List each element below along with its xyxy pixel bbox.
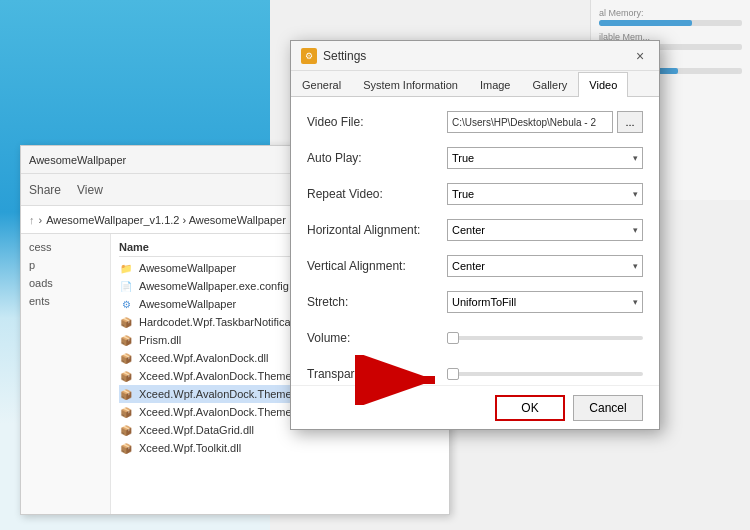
vert-alignment-label: Vertical Alignment:	[307, 259, 447, 273]
auto-play-value: True	[452, 152, 474, 164]
background: al Memory: ilable Mem... emory Comp... c…	[0, 0, 750, 530]
sidebar-access[interactable]: cess	[21, 238, 110, 256]
transparency-control	[447, 372, 643, 376]
cancel-button[interactable]: Cancel	[573, 395, 643, 421]
explorer-title: AwesomeWallpaper	[29, 154, 126, 166]
dll-icon: 📦	[119, 369, 133, 383]
dropdown-arrow: ▾	[633, 189, 638, 199]
dialog-footer: OK Cancel	[291, 385, 659, 429]
tab-general[interactable]: General	[291, 72, 352, 97]
exe-icon: ⚙	[119, 297, 133, 311]
tab-image[interactable]: Image	[469, 72, 522, 97]
explorer-path-text: AwesomeWallpaper_v1.1.2 › AwesomeWallpap…	[46, 214, 286, 226]
dll-icon: 📦	[119, 333, 133, 347]
toolbar-view[interactable]: View	[77, 183, 103, 197]
tab-gallery[interactable]: Gallery	[521, 72, 578, 97]
file-name: AwesomeWallpaper.exe.config	[139, 280, 289, 292]
dialog-close-button[interactable]: ×	[631, 47, 649, 65]
ok-button[interactable]: OK	[495, 395, 565, 421]
dll-icon: 📦	[119, 405, 133, 419]
sysinfo-memory-label: al Memory:	[599, 8, 742, 18]
transparency-slider[interactable]	[447, 372, 643, 376]
volume-label: Volume:	[307, 331, 447, 345]
arrow-overlay	[355, 355, 455, 405]
path-arrow: ↑	[29, 214, 35, 226]
video-file-label: Video File:	[307, 115, 447, 129]
auto-play-row: Auto Play: True ▾	[307, 145, 643, 171]
repeat-video-row: Repeat Video: True ▾	[307, 181, 643, 207]
volume-thumb[interactable]	[447, 332, 459, 344]
file-name: Xceed.Wpf.DataGrid.dll	[139, 424, 254, 436]
dll-icon: 📦	[119, 351, 133, 365]
repeat-video-control: True ▾	[447, 183, 643, 205]
toolbar-share[interactable]: Share	[29, 183, 61, 197]
stretch-control: UniformToFill ▾	[447, 291, 643, 313]
video-file-row: Video File: ...	[307, 109, 643, 135]
dropdown-arrow: ▾	[633, 297, 638, 307]
dialog-titlebar: ⚙ Settings ×	[291, 41, 659, 71]
video-file-control: ...	[447, 111, 643, 133]
tab-system-information[interactable]: System Information	[352, 72, 469, 97]
horiz-alignment-dropdown[interactable]: Center ▾	[447, 219, 643, 241]
horiz-alignment-value: Center	[452, 224, 485, 236]
repeat-video-label: Repeat Video:	[307, 187, 447, 201]
dialog-tabs: General System Information Image Gallery…	[291, 71, 659, 97]
list-item[interactable]: 📦 Xceed.Wpf.Toolkit.dll	[119, 439, 441, 457]
dialog-title: Settings	[323, 49, 366, 63]
settings-dialog: ⚙ Settings × General System Information …	[290, 40, 660, 430]
vert-alignment-dropdown[interactable]: Center ▾	[447, 255, 643, 277]
stretch-value: UniformToFill	[452, 296, 516, 308]
volume-row: Volume:	[307, 325, 643, 351]
video-file-input[interactable]	[447, 111, 613, 133]
file-name: AwesomeWallpaper	[139, 298, 236, 310]
volume-control	[447, 336, 643, 340]
horiz-alignment-label: Horizontal Alignment:	[307, 223, 447, 237]
folder-icon: 📁	[119, 261, 133, 275]
repeat-video-value: True	[452, 188, 474, 200]
dll-icon: 📦	[119, 423, 133, 437]
auto-play-control: True ▾	[447, 147, 643, 169]
settings-title-icon: ⚙	[301, 48, 317, 64]
file-name: Xceed.Wpf.AvalonDock.dll	[139, 352, 268, 364]
browse-button[interactable]: ...	[617, 111, 643, 133]
repeat-video-dropdown[interactable]: True ▾	[447, 183, 643, 205]
auto-play-dropdown[interactable]: True ▾	[447, 147, 643, 169]
file-name: Xceed.Wpf.Toolkit.dll	[139, 442, 241, 454]
dll-icon: 📦	[119, 387, 133, 401]
dll-icon: 📦	[119, 441, 133, 455]
stretch-label: Stretch:	[307, 295, 447, 309]
sidebar-p[interactable]: p	[21, 256, 110, 274]
dropdown-arrow: ▾	[633, 153, 638, 163]
volume-slider[interactable]	[447, 336, 643, 340]
sidebar-downloads[interactable]: oads	[21, 274, 110, 292]
file-name: AwesomeWallpaper	[139, 262, 236, 274]
auto-play-label: Auto Play:	[307, 151, 447, 165]
config-icon: 📄	[119, 279, 133, 293]
vert-alignment-control: Center ▾	[447, 255, 643, 277]
stretch-row: Stretch: UniformToFill ▾	[307, 289, 643, 315]
horiz-alignment-control: Center ▾	[447, 219, 643, 241]
dialog-content: Video File: ... Auto Play: True ▾ Rep	[291, 97, 659, 409]
explorer-sidebar: cess p oads ents	[21, 234, 111, 514]
red-arrow	[355, 355, 455, 405]
vert-alignment-row: Vertical Alignment: Center ▾	[307, 253, 643, 279]
stretch-dropdown[interactable]: UniformToFill ▾	[447, 291, 643, 313]
dropdown-arrow: ▾	[633, 225, 638, 235]
tab-video[interactable]: Video	[578, 72, 628, 97]
sidebar-documents[interactable]: ents	[21, 292, 110, 310]
dll-icon: 📦	[119, 315, 133, 329]
file-name: Prism.dll	[139, 334, 181, 346]
dropdown-arrow: ▾	[633, 261, 638, 271]
vert-alignment-value: Center	[452, 260, 485, 272]
path-separator: ›	[39, 214, 43, 226]
horiz-alignment-row: Horizontal Alignment: Center ▾	[307, 217, 643, 243]
